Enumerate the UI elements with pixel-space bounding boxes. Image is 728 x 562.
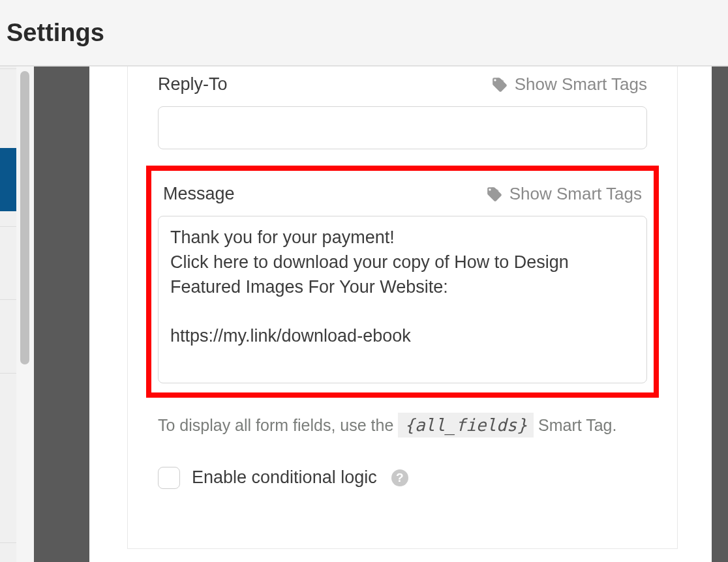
helper-prefix: To display all form fields, use the <box>158 416 398 434</box>
message-label: Message <box>163 184 235 204</box>
message-textarea[interactable]: Thank you for your payment! Click here t… <box>158 216 647 383</box>
message-header: Message Show Smart Tags <box>158 184 647 204</box>
dark-right-panel <box>712 67 728 562</box>
form-panel: Reply-To Show Smart Tags Message <box>127 67 678 549</box>
page-title: Settings <box>7 19 104 47</box>
message-smart-tags-toggle[interactable]: Show Smart Tags <box>486 184 642 204</box>
helper-text: To display all form fields, use the {all… <box>158 412 647 439</box>
tag-icon <box>486 186 503 203</box>
conditional-logic-row: Enable conditional logic ? <box>158 467 647 489</box>
reply-to-smart-tags-label: Show Smart Tags <box>515 74 647 95</box>
reply-to-field-group: Reply-To Show Smart Tags <box>158 74 647 149</box>
help-icon[interactable]: ? <box>391 469 408 486</box>
reply-to-input[interactable] <box>158 106 647 149</box>
message-highlight-box: Message Show Smart Tags Thank you for yo… <box>146 166 659 398</box>
helper-code-tag: {all_fields} <box>398 413 534 437</box>
main-container: Reply-To Show Smart Tags Message <box>0 67 728 562</box>
dark-side-panel <box>34 67 89 562</box>
scrollbar-thumb[interactable] <box>20 71 29 364</box>
reply-to-header: Reply-To Show Smart Tags <box>158 74 647 95</box>
conditional-logic-checkbox[interactable] <box>158 467 180 489</box>
conditional-logic-label: Enable conditional logic <box>192 467 377 488</box>
left-sidebar-strip <box>0 67 16 562</box>
tag-icon <box>491 76 508 93</box>
content-area: Reply-To Show Smart Tags Message <box>89 67 712 562</box>
reply-to-label: Reply-To <box>158 74 228 95</box>
page-header: Settings <box>0 0 728 67</box>
scrollbar-track[interactable] <box>16 67 34 562</box>
message-smart-tags-label: Show Smart Tags <box>509 184 642 204</box>
helper-suffix: Smart Tag. <box>538 416 616 434</box>
reply-to-smart-tags-toggle[interactable]: Show Smart Tags <box>491 74 647 95</box>
